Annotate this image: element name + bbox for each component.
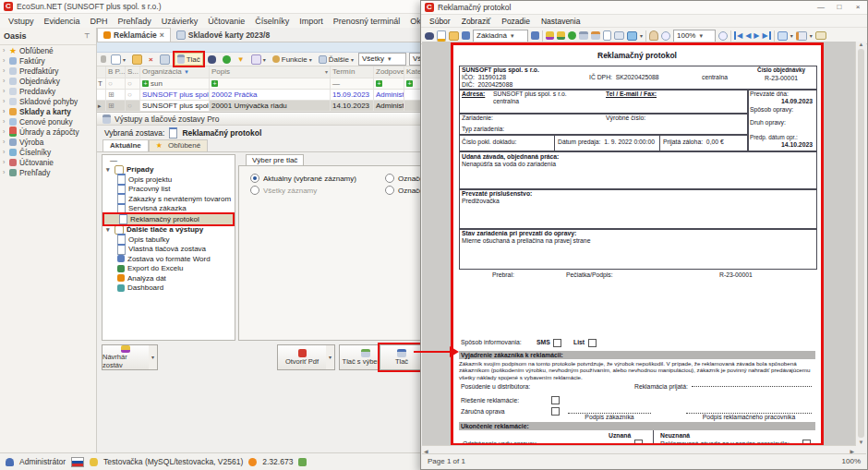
menu-ciselniky[interactable]: Číselníky — [250, 16, 294, 27]
col-s[interactable]: S... — [126, 66, 140, 78]
open-record-button[interactable] — [130, 54, 144, 65]
vertical-scrollbar[interactable]: ▲ ▼ — [855, 42, 866, 445]
row-menu-icon[interactable] — [101, 55, 106, 63]
prev-page-icon[interactable]: ◀ — [745, 31, 751, 40]
col-zodpovedny[interactable]: Zodpove... — [374, 66, 404, 78]
tab-reklamacie[interactable]: Reklamácie × — [97, 28, 171, 42]
sidebar-item-ciselniky[interactable]: ›Číselníky — [0, 147, 96, 157]
print-direct-icon[interactable] — [591, 31, 600, 40]
print-button[interactable]: Tlač — [380, 344, 424, 370]
sidebar-item-skladove-pohyby[interactable]: ›Skladové pohyby — [0, 96, 96, 106]
tree-item-analyza[interactable]: Analýza dát — [102, 273, 235, 283]
design-new-icon[interactable] — [557, 31, 565, 40]
sidebar-item-preddavky[interactable]: ›Preddavky — [0, 86, 96, 96]
maximize-button[interactable]: □ — [830, 1, 849, 14]
option-aktualny[interactable]: Aktuálny (vybrané záznamy) — [250, 174, 356, 183]
new-record-button[interactable]: ▾ — [109, 54, 127, 65]
column-filter-icon[interactable]: ▼ — [184, 69, 189, 75]
more-button[interactable]: Ďalšie▾ — [317, 54, 356, 65]
refresh-button[interactable] — [221, 54, 233, 65]
open-pdf-dropdown[interactable]: ▾ — [326, 344, 335, 370]
menu-zobrazit[interactable]: Zobraziť — [457, 17, 496, 26]
col-termin[interactable]: Termín — [331, 66, 374, 78]
scale-icon[interactable] — [614, 31, 624, 40]
filter-condition-icon[interactable]: + — [211, 80, 218, 87]
col-bp[interactable]: B P... — [106, 66, 126, 78]
watermark-icon[interactable] — [778, 31, 788, 41]
sidebar-item-vyroba[interactable]: ›Výroba — [0, 137, 96, 147]
sidebar-item-uhrady[interactable]: ›Úhrady a zápočty — [0, 127, 96, 137]
zoom-indicator[interactable]: 100% — [842, 457, 861, 465]
tab-close-icon[interactable]: × — [160, 29, 164, 42]
page-setup-icon[interactable] — [603, 30, 611, 41]
menu-prehlady[interactable]: Prehľady — [114, 16, 156, 27]
report-designer-button[interactable]: Návrhár zostáv — [102, 344, 150, 370]
menu-import[interactable]: Import — [295, 16, 328, 27]
tree-item-vlastna-zostava[interactable]: Vlastná tlačová zostava — [102, 245, 235, 255]
filter-condition-icon[interactable]: + — [142, 80, 149, 87]
tree-item-dashboard[interactable]: Dashboard — [102, 283, 235, 294]
filter-button[interactable]: ▼ — [235, 54, 247, 65]
slovak-flag-icon[interactable] — [71, 457, 84, 467]
zoom-in-icon[interactable] — [718, 31, 728, 41]
scrollbar-thumb[interactable] — [858, 49, 864, 438]
col-organizacia[interactable]: Organizácia ▼ — [140, 66, 210, 78]
sidebar-item-uctovanie[interactable]: ›Účtovanie — [0, 157, 96, 167]
functions-button[interactable]: Funkcie▾ — [271, 54, 314, 65]
menu-vstupy[interactable]: Vstupy — [4, 16, 39, 27]
tree-item-word[interactable]: Zostava vo formáte Word — [102, 254, 235, 264]
expand-row-icon[interactable]: ⊞ — [108, 90, 115, 99]
tab-oblubene[interactable]: ★Obľúbené — [149, 139, 208, 151]
menu-subor[interactable]: Súbor — [425, 17, 455, 26]
menu-dph[interactable]: DPH — [86, 16, 113, 27]
zoom-select[interactable]: 100%▾ — [673, 30, 716, 42]
scroll-down-icon[interactable]: ▼ — [859, 440, 864, 445]
delete-record-button[interactable]: × — [147, 54, 155, 65]
export-document-icon[interactable] — [796, 31, 807, 41]
export-image-icon[interactable] — [627, 31, 637, 41]
col-popis[interactable]: Popis ▾ — [210, 66, 331, 78]
zoom-out-icon[interactable] — [661, 31, 670, 41]
close-button[interactable]: × — [849, 1, 867, 14]
sidebar-item-sklady-a-karty[interactable]: ›Sklady a karty — [0, 106, 96, 116]
menu-pozadie[interactable]: Pozadie — [497, 17, 535, 26]
tab-skladove-karty[interactable]: Skladové karty 2023/8 — [171, 29, 275, 42]
grid-filter-row[interactable]: T ○ ○ +sun + — + + + — [97, 78, 450, 90]
preset-select[interactable]: Základná▾ — [473, 30, 528, 42]
table-row[interactable]: ⊞ ○ SUNSOFT plus spol. s r.o. 20002 Práč… — [97, 90, 450, 101]
sidebar-item-faktury[interactable]: ›Faktúry — [0, 55, 96, 66]
option-vsetky-zaznamy[interactable]: Všetky záznamy — [250, 186, 317, 195]
menu-prenosny-terminal[interactable]: Prenosný terminál — [329, 16, 405, 27]
tree-item-reklamacny-protokol[interactable]: Reklamačný protokol — [104, 214, 233, 224]
status-db[interactable]: Testovačka (MySQL/testovacka, V2561) — [103, 457, 243, 466]
design-report-icon[interactable] — [546, 31, 554, 40]
filter-condition-icon[interactable]: + — [376, 80, 382, 87]
menu-uzavierky[interactable]: Uzávierky — [157, 16, 203, 27]
print-icon[interactable] — [579, 31, 588, 40]
menu-uctovanie[interactable]: Účtovanie — [203, 16, 249, 27]
search-button[interactable] — [206, 54, 218, 65]
sidebar-item-cenove-ponuky[interactable]: ›Cenové ponuky — [0, 116, 96, 127]
refresh-icon[interactable] — [568, 31, 576, 40]
sidebar-item-predfaktury[interactable]: ›Predfaktúry — [0, 66, 96, 76]
search-icon[interactable] — [425, 32, 434, 40]
pin-icon[interactable]: ⊤ — [84, 32, 92, 40]
designer-dropdown[interactable]: ▾ — [149, 344, 158, 370]
edit-page-icon[interactable] — [437, 30, 446, 42]
last-page-icon[interactable]: ▶ — [762, 31, 770, 40]
minimize-button[interactable]: — — [812, 1, 830, 14]
calendar-status-icon[interactable] — [298, 458, 307, 466]
tree-item-servisna-zakazka[interactable]: Servisná zákazka — [102, 204, 235, 214]
filter-select-1[interactable]: Všetky▾ — [358, 53, 406, 66]
menu-evidencia[interactable]: Evidencia — [40, 16, 85, 27]
column-sort-icon[interactable]: ▾ — [325, 66, 328, 78]
tree-root-dash[interactable]: — — [102, 155, 235, 165]
tab-aktualne[interactable]: Aktuálne — [102, 139, 149, 151]
hand-tool-icon[interactable] — [649, 30, 658, 41]
scroll-up-icon[interactable]: ▲ — [859, 42, 864, 47]
table-row-selected[interactable]: ▸ ⊞ ○ SUNSOFT plus spol. s r.o. 20001 Um… — [97, 101, 450, 112]
radio-icon[interactable] — [250, 174, 259, 183]
menu-nastavenia[interactable]: Nastavenia — [536, 17, 585, 26]
print-toolbar-button[interactable]: Tlač — [175, 53, 203, 66]
preview-titlebar[interactable]: C Reklamačný protokol — □ × — [421, 1, 867, 15]
